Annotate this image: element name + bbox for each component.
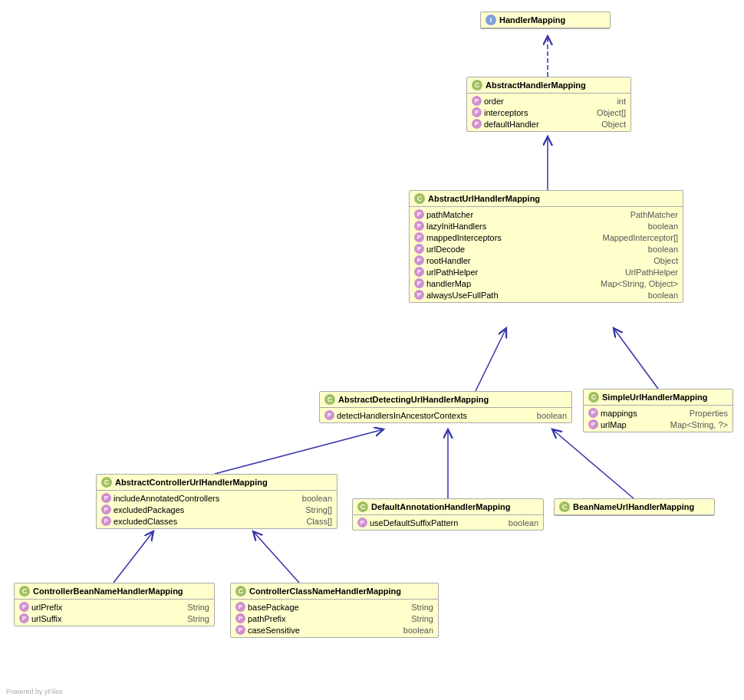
prop-type-mappedInterceptors: MappedInterceptor[]	[603, 233, 678, 242]
box-simpleUrlHandlerMapping: C SimpleUrlHandlerMapping P mappings Pro…	[583, 389, 733, 432]
row-rootHandler: P rootHandler Object	[413, 255, 680, 266]
abstractDetectingUrlHandlerMapping-icon: C	[324, 394, 335, 405]
row-lazyInitHandlers: P lazyInitHandlers boolean	[413, 220, 680, 232]
prop-icon-urlPrefix: P	[19, 602, 29, 612]
prop-icon-urlSuffix: P	[19, 613, 29, 623]
prop-type-basePackage: String	[411, 603, 433, 612]
svg-line-4	[215, 429, 384, 474]
prop-type-detectHandlers: boolean	[537, 411, 567, 420]
prop-name-alwaysUseFullPath: alwaysUseFullPath	[426, 291, 499, 300]
prop-name-caseSensitive: caseSensitive	[248, 626, 309, 635]
prop-type-mappings: Properties	[690, 409, 728, 418]
prop-name-excludedClasses: excludedClasses	[114, 517, 177, 526]
box-abstractUrlHandlerMapping-header: C AbstractUrlHandlerMapping	[410, 191, 683, 207]
controllerBeanNameHandlerMapping-icon: C	[19, 586, 30, 596]
row-mappings: P mappings Properties	[587, 407, 729, 419]
svg-line-8	[253, 531, 299, 583]
prop-icon-mappings: P	[588, 408, 598, 418]
prop-name-urlDecode: urlDecode	[426, 245, 488, 254]
prop-icon-lazyInitHandlers: P	[414, 221, 424, 231]
prop-type-order: int	[617, 97, 626, 106]
box-abstractControllerUrlHandlerMapping: C AbstractControllerUrlHandlerMapping P …	[96, 474, 337, 529]
abstractUrlHandlerMapping-title: AbstractUrlHandlerMapping	[428, 194, 540, 203]
abstractHandlerMapping-title: AbstractHandlerMapping	[486, 81, 586, 90]
row-mappedInterceptors: P mappedInterceptors MappedInterceptor[]	[413, 232, 680, 243]
abstractHandlerMapping-icon: C	[472, 80, 482, 90]
prop-icon-handlerMap: P	[414, 278, 424, 288]
box-controllerClassNameHandlerMapping: C ControllerClassNameHandlerMapping P ba…	[230, 583, 439, 638]
controllerClassNameHandlerMapping-title: ControllerClassNameHandlerMapping	[249, 587, 401, 596]
box-beanNameUrlHandlerMapping-header: C BeanNameUrlHandlerMapping	[555, 499, 714, 515]
box-controllerBeanNameHandlerMapping: C ControllerBeanNameHandlerMapping P url…	[14, 583, 215, 626]
handlerMapping-icon: I	[486, 15, 496, 25]
row-pathMatcher: P pathMatcher PathMatcher	[413, 209, 680, 220]
prop-icon-defaultHandler: P	[472, 119, 482, 129]
box-abstractHandlerMapping-header: C AbstractHandlerMapping	[467, 77, 630, 94]
handlerMapping-title: HandlerMapping	[499, 15, 565, 25]
row-excludedPackages: P excludedPackages String[]	[100, 504, 334, 515]
prop-type-includeAnnotatedControllers: boolean	[302, 494, 332, 503]
prop-icon-urlMap: P	[588, 419, 598, 429]
row-urlDecode: P urlDecode boolean	[413, 243, 680, 255]
prop-name-basePackage: basePackage	[248, 603, 309, 612]
prop-name-handlerMap: handlerMap	[426, 279, 488, 288]
abstractControllerUrlHandlerMapping-icon: C	[101, 477, 112, 488]
abstractDetectingUrlHandlerMapping-title: AbstractDetectingUrlHandlerMapping	[338, 395, 489, 404]
prop-type-urlMap: Map<String, ?>	[670, 420, 728, 429]
svg-line-2	[476, 328, 506, 391]
prop-name-excludedPackages: excludedPackages	[114, 505, 184, 514]
row-pathPrefix: P pathPrefix String	[234, 613, 435, 624]
svg-line-6	[552, 429, 634, 498]
box-beanNameUrlHandlerMapping: C BeanNameUrlHandlerMapping	[554, 498, 715, 516]
prop-name-interceptors: interceptors	[484, 108, 545, 117]
beanNameUrlHandlerMapping-title: BeanNameUrlHandlerMapping	[573, 502, 694, 511]
row-interceptors: P interceptors Object[]	[470, 107, 627, 118]
row-urlSuffix: P urlSuffix String	[18, 613, 211, 624]
prop-icon-pathPrefix: P	[235, 613, 245, 623]
prop-type-rootHandler: Object	[653, 256, 678, 265]
prop-name-includeAnnotatedControllers: includeAnnotatedControllers	[114, 494, 219, 503]
box-abstractUrlHandlerMapping: C AbstractUrlHandlerMapping P pathMatche…	[409, 190, 683, 303]
prop-icon-order: P	[472, 96, 482, 106]
row-excludedClasses: P excludedClasses Class[]	[100, 515, 334, 527]
prop-type-pathPrefix: String	[411, 614, 433, 623]
prop-name-mappings: mappings	[601, 409, 662, 418]
box-controllerBeanNameHandlerMapping-body: P urlPrefix String P urlSuffix String	[15, 600, 214, 626]
prop-name-mappedInterceptors: mappedInterceptors	[426, 233, 502, 242]
row-urlMap: P urlMap Map<String, ?>	[587, 419, 729, 430]
prop-name-detectHandlers: detectHandlersInAncestorContexts	[337, 411, 467, 420]
prop-icon-mappedInterceptors: P	[414, 232, 424, 242]
diagram-container: I HandlerMapping C AbstractHandlerMappin…	[0, 0, 744, 700]
row-defaultHandler: P defaultHandler Object	[470, 118, 627, 130]
box-abstractControllerUrlHandlerMapping-body: P includeAnnotatedControllers boolean P …	[97, 491, 337, 528]
controllerBeanNameHandlerMapping-title: ControllerBeanNameHandlerMapping	[33, 587, 183, 596]
row-order: P order int	[470, 95, 627, 107]
prop-name-pathMatcher: pathMatcher	[426, 210, 488, 219]
box-abstractControllerUrlHandlerMapping-header: C AbstractControllerUrlHandlerMapping	[97, 475, 337, 491]
prop-name-pathPrefix: pathPrefix	[248, 614, 309, 623]
box-controllerClassNameHandlerMapping-header: C ControllerClassNameHandlerMapping	[231, 583, 438, 600]
svg-line-3	[614, 328, 658, 389]
box-controllerBeanNameHandlerMapping-header: C ControllerBeanNameHandlerMapping	[15, 583, 214, 600]
prop-name-lazyInitHandlers: lazyInitHandlers	[426, 222, 488, 231]
prop-type-pathMatcher: PathMatcher	[630, 210, 678, 219]
prop-icon-excludedPackages: P	[101, 504, 111, 514]
row-includeAnnotatedControllers: P includeAnnotatedControllers boolean	[100, 492, 334, 504]
prop-type-excludedClasses: Class[]	[306, 517, 332, 526]
prop-type-lazyInitHandlers: boolean	[648, 222, 678, 231]
box-simpleUrlHandlerMapping-body: P mappings Properties P urlMap Map<Strin…	[584, 406, 732, 432]
prop-type-urlDecode: boolean	[648, 245, 678, 254]
row-urlPrefix: P urlPrefix String	[18, 601, 211, 613]
simpleUrlHandlerMapping-title: SimpleUrlHandlerMapping	[602, 393, 708, 402]
prop-type-urlPathHelper: UrlPathHelper	[625, 268, 678, 277]
row-alwaysUseFullPath: P alwaysUseFullPath boolean	[413, 289, 680, 301]
prop-name-urlPathHelper: urlPathHelper	[426, 268, 488, 277]
row-caseSensitive: P caseSensitive boolean	[234, 624, 435, 636]
prop-name-order: order	[484, 97, 545, 106]
abstractUrlHandlerMapping-icon: C	[414, 193, 425, 204]
prop-type-caseSensitive: boolean	[403, 626, 433, 635]
svg-line-7	[114, 531, 153, 583]
prop-icon-useDefaultSuffixPattern: P	[357, 518, 367, 527]
prop-icon-alwaysUseFullPath: P	[414, 290, 424, 300]
prop-icon-basePackage: P	[235, 602, 245, 612]
